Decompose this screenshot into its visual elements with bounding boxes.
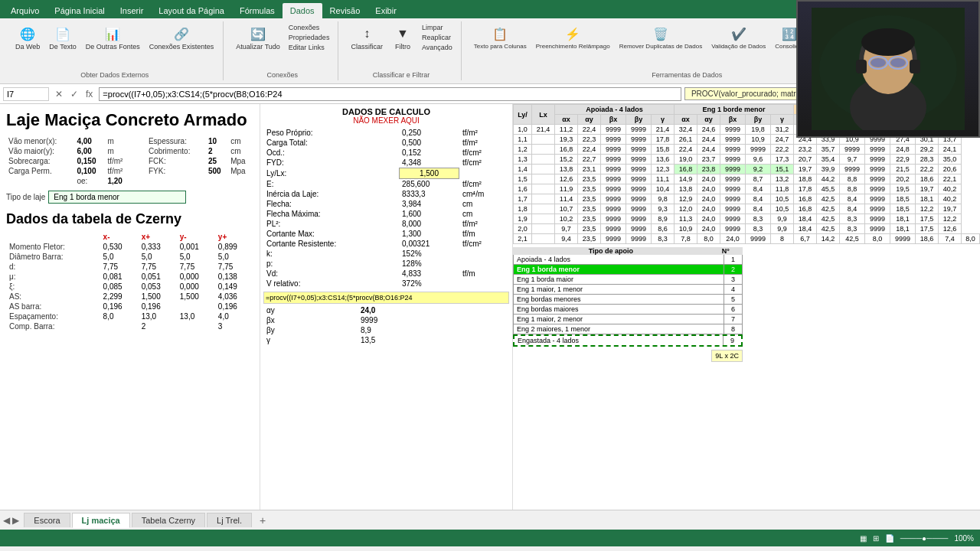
apoio-row[interactable]: Eng 1 maior, 2 menor7 bbox=[513, 315, 743, 324]
czerny-row-3: μ: 0,081 0,051 0,000 0,138 bbox=[6, 272, 253, 282]
btn-limpar[interactable]: Limpar bbox=[420, 23, 455, 32]
btn-classificar[interactable]: ↕️ Classificar bbox=[348, 23, 386, 52]
btn-filtro[interactable]: ▼ Filtro bbox=[389, 23, 416, 52]
tab-add-button[interactable]: + bbox=[253, 512, 272, 529]
apoio-row[interactable]: Eng 1 borda menor2 bbox=[513, 265, 743, 275]
field-row-5: oe: 1,20 bbox=[6, 176, 253, 186]
webcam-overlay bbox=[796, 0, 980, 138]
status-right: ▦ ⊞ 📄 ────●──── 100% bbox=[860, 534, 974, 543]
big-table-row: 1,611,923,59999999910,413,824,099998,411… bbox=[514, 184, 980, 194]
btn-editar-links[interactable]: Editar Links bbox=[286, 43, 332, 52]
web-icon: 🌐 bbox=[18, 24, 37, 43]
field-row-3: Sobrecarga: 0,150 tf/m² FCK: 25 Mpa bbox=[6, 156, 253, 166]
tab-exibir[interactable]: Exibir bbox=[368, 3, 404, 18]
calc-table: Peso Próprio: 0,250 tf/m² Carga Total: 0… bbox=[263, 128, 509, 289]
btn-reaplicar[interactable]: Reaplicar bbox=[420, 33, 455, 42]
big-table-row: 1,810,723,5999999999,312,024,099998,410,… bbox=[514, 204, 980, 214]
svg-point-10 bbox=[861, 28, 915, 56]
apoio-row[interactable]: Eng 1 borda maior3 bbox=[513, 275, 743, 285]
calc-subtitle: NÃO MEXER AQUI bbox=[263, 116, 509, 125]
btn-atualizar-tudo[interactable]: 🔄 Atualizar Tudo bbox=[233, 23, 283, 52]
czerny-header-row: x- x+ y- y+ bbox=[6, 232, 253, 242]
btn-da-web[interactable]: 🌐 Da Web bbox=[12, 23, 43, 52]
right-panel: Ly/ Lx Apoiada - 4 lados Eng 1 borde men… bbox=[513, 104, 980, 510]
calc-row-14: Vd: 4,833 tf/m bbox=[263, 269, 509, 279]
view-layout-icon[interactable]: ⊞ bbox=[873, 534, 879, 543]
col-ly: Ly/ bbox=[514, 105, 532, 125]
tab-lj-trel[interactable]: Lj Trel. bbox=[207, 513, 252, 527]
czerny-row-4: ξ: 0,085 0,053 0,000 0,149 bbox=[6, 282, 253, 292]
tab-escora[interactable]: Escora bbox=[24, 513, 70, 527]
filter-icon: ▼ bbox=[394, 24, 412, 43]
text-icon: 📄 bbox=[54, 24, 72, 43]
field-row-4: Carga Perm. 0,100 tf/m² FYK: 500 Mpa bbox=[6, 166, 253, 176]
big-table-row: 1,315,222,79999999913,619,023,799999,617… bbox=[514, 155, 980, 165]
sort-icon: ↕️ bbox=[358, 24, 376, 43]
refresh-icon: 🔄 bbox=[249, 24, 267, 43]
flash-fill-icon: ⚡ bbox=[564, 24, 582, 43]
validation-icon: ✔️ bbox=[730, 24, 748, 43]
tab-lj-macica[interactable]: Lj maciça bbox=[72, 513, 130, 528]
big-table-row: 1,512,623,59999999911,114,924,099998,713… bbox=[514, 174, 980, 184]
tab-formulas[interactable]: Fórmulas bbox=[232, 3, 283, 18]
btn-preenchimento[interactable]: ⚡ Preenchimento Relâmpago bbox=[533, 23, 613, 51]
apoio-row[interactable]: Eng bordas maiores6 bbox=[513, 305, 743, 315]
view-normal-icon[interactable]: ▦ bbox=[860, 534, 867, 543]
tab-revisao[interactable]: Revisão bbox=[322, 3, 368, 18]
apoio-row[interactable]: Eng bordas menores5 bbox=[513, 295, 743, 305]
view-page-icon[interactable]: 📄 bbox=[885, 534, 894, 543]
tipo-laje-row: Tipo de laje Eng 1 borda menor bbox=[6, 191, 253, 204]
czerny-row-8: Comp. Barra: 2 3 bbox=[6, 321, 253, 331]
czerny-row-1: Diâmetro Barra: 5,0 5,0 5,0 5,0 bbox=[6, 252, 253, 262]
czerny-row-6: AS barra: 0,196 0,196 0,196 bbox=[6, 302, 253, 311]
btn-outras-fontes[interactable]: 📊 De Outras Fontes bbox=[83, 23, 143, 52]
btn-avancado[interactable]: Avançado bbox=[420, 43, 455, 52]
cell-ref-input[interactable]: I7 bbox=[3, 87, 49, 101]
btn-texto-colunas[interactable]: 📋 Texto para Colunas bbox=[471, 23, 530, 51]
apoio-row[interactable]: Eng 2 maiores, 1 menor8 bbox=[513, 324, 743, 334]
btn-de-texto[interactable]: 📄 De Texto bbox=[46, 23, 79, 52]
svg-point-8 bbox=[871, 58, 886, 67]
extra-row-2: βy 8,9 bbox=[263, 325, 509, 335]
status-bar: ▦ ⊞ 📄 ────●──── 100% bbox=[0, 530, 980, 546]
svg-rect-5 bbox=[910, 60, 920, 73]
fx-btn[interactable]: fx bbox=[83, 88, 96, 100]
calc-row-8: Flecha Máxima: 1,600 cm bbox=[263, 209, 509, 219]
apoio-row[interactable]: Eng 1 maior, 1 menor4 bbox=[513, 285, 743, 295]
tab-arrows[interactable]: ◀ ▶ bbox=[3, 515, 19, 526]
extra-row-3: γ 13,5 bbox=[263, 335, 509, 345]
confirm-btn[interactable]: ✓ bbox=[67, 88, 81, 100]
tab-layout[interactable]: Layout da Página bbox=[151, 3, 232, 18]
btn-conexoes-existentes[interactable]: 🔗 Conexões Existentes bbox=[146, 23, 217, 52]
btn-propriedades[interactable]: Propriedades bbox=[286, 33, 332, 42]
btn-validacao[interactable]: ✔️ Validação de Dados bbox=[708, 23, 769, 51]
formula-input[interactable] bbox=[99, 87, 681, 101]
big-table-row: 1,216,822,49999999915,822,424,4999999992… bbox=[514, 145, 980, 155]
btn-remover-dup[interactable]: 🗑️ Remover Duplicatas de Dados bbox=[616, 23, 706, 51]
tab-dados[interactable]: Dados bbox=[283, 3, 322, 18]
text-cols-icon: 📋 bbox=[491, 24, 509, 43]
procv-formula-cell[interactable]: =procv((I7+0,05);x3:CS14;(5*procv(B8;O16… bbox=[263, 292, 509, 304]
apoio-rows: Apoiada - 4 lados1Eng 1 borda menor2Eng … bbox=[513, 255, 743, 347]
sources-icon: 📊 bbox=[103, 24, 122, 43]
ribbon-group-conexoes: 🔄 Atualizar Tudo Conexões Propriedades E… bbox=[227, 21, 338, 80]
cancel-btn[interactable]: ✕ bbox=[52, 88, 66, 100]
header-eng1: Eng 1 borde menor bbox=[674, 105, 793, 115]
btn-conexoes[interactable]: Conexões bbox=[286, 23, 332, 32]
big-table-row: 2,09,723,5999999998,610,924,099998,39,91… bbox=[514, 224, 980, 234]
formula-icons: ✕ ✓ fx bbox=[52, 88, 96, 100]
apoio-row[interactable]: Engastada - 4 lados9 bbox=[513, 334, 743, 347]
tab-tabela-czerny[interactable]: Tabela Czerny bbox=[132, 513, 205, 527]
tab-arquivo[interactable]: Arquivo bbox=[3, 3, 47, 18]
calc-row-2: Ocd.: 0,152 tf/cm² bbox=[263, 148, 509, 158]
tab-inserir[interactable]: Inserir bbox=[113, 3, 152, 18]
calc-row-11: Cortante Resistente: 0,00321 tf/cm² bbox=[263, 239, 509, 249]
tipo-laje-input[interactable]: Eng 1 borda menor bbox=[48, 191, 186, 204]
apoio-row[interactable]: Apoiada - 4 lados1 bbox=[513, 255, 743, 265]
tab-inicio[interactable]: Página Inicial bbox=[47, 3, 112, 18]
czerny-row-2: d: 7,75 7,75 7,75 7,75 bbox=[6, 262, 253, 272]
zoom-slider[interactable]: ────●──── bbox=[900, 534, 949, 543]
extra-row-1: βx 9999 bbox=[263, 315, 509, 325]
calc-row-1: Carga Total: 0,500 tf/m² bbox=[263, 138, 509, 148]
calc-row-13: p: 128% bbox=[263, 259, 509, 269]
